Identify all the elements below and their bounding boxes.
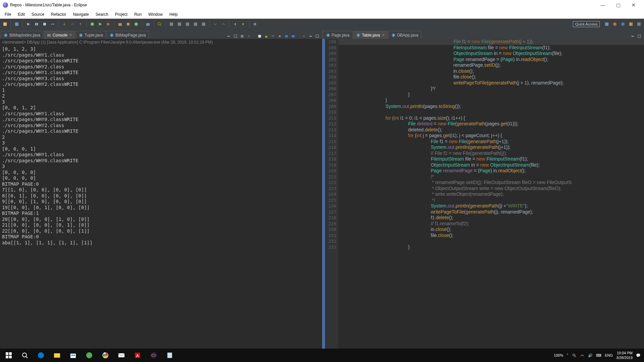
resume-button[interactable] (25, 20, 32, 28)
pin-button[interactable] (251, 20, 259, 28)
menu-source[interactable]: Source (28, 11, 48, 18)
tab-dbapp-java[interactable]: JDBApp.java (388, 31, 421, 39)
display-console-icon[interactable] (284, 34, 289, 39)
java-perspective-button[interactable] (611, 20, 619, 28)
new-java-project-button[interactable] (116, 20, 124, 28)
menu-edit[interactable]: Edit (14, 11, 28, 18)
step-return-button[interactable] (77, 20, 84, 28)
console-max-icon[interactable] (315, 34, 320, 39)
terminate-relanch-icon[interactable] (239, 34, 245, 39)
suspend-button[interactable] (33, 20, 40, 28)
svg-rect-39 (285, 35, 288, 37)
menu-refactor[interactable]: Refactor (48, 11, 69, 18)
toggle-wrap-button[interactable] (192, 20, 199, 28)
new-class-button[interactable] (132, 20, 140, 28)
maximize-button[interactable]: ▢ (610, 0, 626, 10)
resource-perspective-button[interactable] (635, 20, 643, 28)
menu-navigate[interactable]: Navigate (69, 11, 92, 18)
toggle-block-button[interactable] (176, 20, 183, 28)
run-button[interactable] (97, 20, 104, 28)
debug-button[interactable] (89, 20, 96, 28)
svg-rect-33 (227, 36, 230, 37)
chrome-icon[interactable] (97, 349, 113, 362)
editor-max-icon[interactable] (637, 34, 642, 39)
menu-window[interactable]: Window (145, 11, 166, 18)
search-button[interactable] (156, 20, 163, 28)
close-icon[interactable]: ✕ (382, 33, 385, 37)
eclipse-taskbar-icon[interactable] (146, 349, 162, 362)
console-output[interactable]: [0, 1, 2, 3] ./src/pages/WHY1.class ./sr… (0, 46, 322, 352)
word-wrap-icon[interactable] (270, 34, 276, 39)
toggle-whitespace-button[interactable] (184, 20, 191, 28)
language-indicator[interactable]: ENG (605, 353, 613, 357)
toggle-mark-button[interactable] (168, 20, 175, 28)
new-button[interactable] (1, 20, 9, 28)
editor-min-icon[interactable] (630, 34, 635, 39)
clear-console-icon[interactable] (257, 34, 262, 39)
clock[interactable]: 10:04 PM 3/28/2019 (616, 351, 633, 360)
tab-bitmappage-java[interactable]: JBitMapPage.java (107, 31, 149, 39)
mail-icon[interactable] (113, 349, 129, 362)
minimize-button[interactable]: — (595, 0, 610, 10)
console-view-menu-icon[interactable] (301, 34, 307, 39)
minimize-icon[interactable] (226, 34, 231, 39)
svg-text:J: J (327, 34, 329, 37)
tab-bitmapindex-java[interactable]: JBitMapIndex.java (1, 31, 43, 39)
save-button[interactable] (13, 20, 20, 28)
line-gutter[interactable]: 198 199 200 201 202 203 204 205 206 207 … (322, 39, 338, 352)
menu-search[interactable]: Search (92, 11, 112, 18)
step-over-button[interactable] (69, 20, 76, 28)
menu-help[interactable]: Help (166, 11, 181, 18)
scroll-lock-icon[interactable] (264, 34, 269, 39)
svg-rect-21 (605, 22, 608, 26)
quick-access-field[interactable]: Quick Access (573, 21, 600, 27)
tab-tuple-java[interactable]: JTuple.java (76, 31, 106, 39)
forward-button[interactable] (239, 20, 247, 28)
system-tray: 100% ˄ 🔌 🔊 ⌨ ENG 10:04 PM 3/28/2019 💬 (540, 351, 643, 360)
pin-console-icon[interactable] (277, 34, 282, 39)
disconnect-button[interactable] (49, 20, 56, 28)
cortana-search-button[interactable] (17, 349, 33, 362)
back-button[interactable] (231, 20, 239, 28)
open-type-button[interactable] (144, 20, 152, 28)
step-into-button[interactable] (61, 20, 68, 28)
close-icon[interactable]: ✕ (69, 33, 72, 37)
open-console-icon[interactable] (290, 34, 296, 39)
tray-up-icon[interactable]: ˄ (567, 353, 569, 358)
editor-pane: JPage.javaJTable.java✕JDBApp.java 198 19… (322, 29, 644, 352)
prev-annotation-button[interactable] (220, 20, 227, 28)
volume-icon[interactable]: 🔊 (588, 353, 593, 358)
keyboard-icon[interactable]: ⌨ (596, 353, 601, 358)
svg-rect-41 (309, 36, 312, 37)
coverage-button[interactable] (105, 20, 112, 28)
file-explorer-icon[interactable] (49, 349, 65, 362)
tab-console[interactable]: Console✕ (44, 31, 75, 39)
notepad-icon[interactable] (162, 349, 178, 362)
new-package-button[interactable] (124, 20, 132, 28)
menu-run[interactable]: Run (131, 11, 145, 18)
acrobat-icon[interactable]: A (129, 349, 146, 362)
power-icon[interactable]: 🔌 (572, 353, 577, 358)
menu-project[interactable]: Project (112, 11, 131, 18)
notifications-icon[interactable]: 💬 (636, 353, 641, 358)
menu-file[interactable]: File (1, 11, 14, 18)
start-button[interactable] (1, 349, 17, 362)
console-min-icon[interactable] (308, 34, 313, 39)
open-perspective-button[interactable] (603, 20, 610, 28)
app-icon-green[interactable] (81, 349, 97, 362)
git-perspective-button[interactable] (627, 20, 635, 28)
maximize-icon[interactable] (233, 34, 238, 39)
wifi-icon[interactable] (580, 353, 585, 358)
next-annotation-button[interactable] (212, 20, 219, 28)
debug-perspective-button[interactable] (619, 20, 627, 28)
battery-indicator[interactable]: 100% (554, 353, 563, 357)
close-button[interactable]: ✕ (626, 0, 641, 10)
edge-icon[interactable] (33, 349, 49, 362)
code-editor[interactable]: File f1 = new File(generatePath(j + 1));… (338, 39, 644, 352)
tab-table-java[interactable]: JTable.java✕ (353, 31, 388, 39)
remove-terminated-icon[interactable] (246, 34, 252, 39)
tab-page-java[interactable]: JPage.java (323, 31, 353, 39)
terminate-button[interactable] (41, 20, 48, 28)
store-icon[interactable] (65, 349, 81, 362)
toggle-indent-button[interactable] (200, 20, 207, 28)
